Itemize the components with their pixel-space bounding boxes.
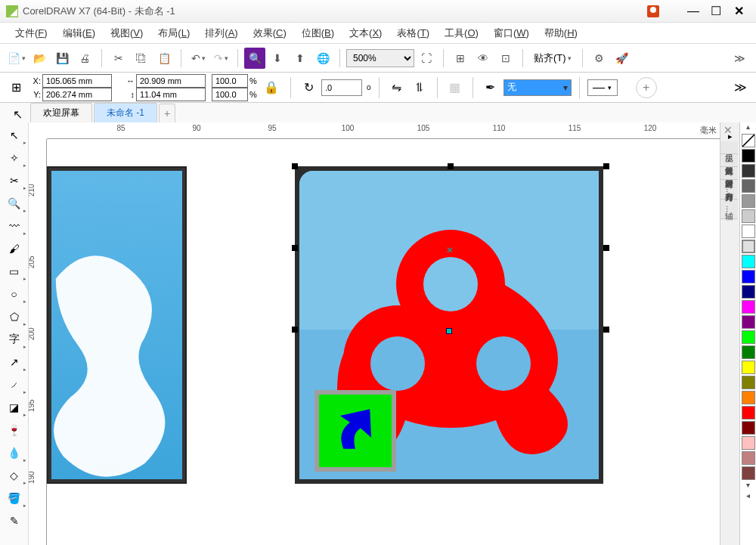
artwork-right[interactable] (295, 166, 603, 484)
pick-tool-icon[interactable]: ↖ (8, 106, 27, 122)
selection-handle-tm[interactable] (448, 163, 454, 169)
minimize-button[interactable]: — (682, 4, 705, 19)
artwork-left[interactable] (47, 166, 187, 484)
selection-handle-mr2[interactable] (603, 327, 609, 333)
color-none[interactable] (742, 134, 755, 147)
overflow-button[interactable]: ≫ (729, 48, 750, 69)
cut-button[interactable]: ✂ (108, 48, 129, 69)
menu-help[interactable]: 帮助(H) (537, 23, 585, 43)
color-swatch[interactable] (742, 240, 755, 253)
menu-table[interactable]: 表格(T) (389, 23, 437, 43)
rectangle-tool[interactable]: ▭▸ (2, 260, 27, 283)
rulers-button[interactable]: ⊞ (450, 48, 471, 69)
redo-button[interactable]: ↷▾ (210, 48, 231, 69)
open-button[interactable]: 📂 (29, 48, 50, 69)
height-input[interactable] (136, 88, 206, 101)
color-swatch[interactable] (742, 149, 755, 163)
rotation-input[interactable] (321, 79, 362, 96)
color-swatch[interactable] (742, 376, 755, 389)
menu-layout[interactable]: 布局(L) (150, 23, 197, 43)
canvas[interactable]: ✕ (47, 139, 720, 545)
freehand-tool[interactable]: 〰▸ (2, 215, 27, 237)
shape-tool[interactable]: ✧▸ (2, 147, 27, 169)
color-swatch[interactable] (742, 406, 755, 420)
menu-edit[interactable]: 编辑(E) (55, 23, 103, 43)
tab-add-button[interactable]: + (159, 104, 175, 122)
close-docker-icon[interactable]: ✕ (723, 124, 733, 136)
outline-width-select[interactable]: 无▾ (503, 79, 572, 96)
y-position-input[interactable] (42, 88, 112, 101)
crop-tool[interactable]: ✂▸ (2, 169, 27, 192)
selection-handle-tr[interactable] (603, 163, 609, 169)
color-swatch[interactable] (742, 451, 755, 465)
zoom-tool[interactable]: 🔍▸ (2, 192, 27, 215)
selection-handle-ml2[interactable] (292, 327, 298, 333)
overflow-button[interactable]: ≫ (730, 78, 750, 98)
color-swatch[interactable] (742, 285, 755, 299)
selection-handle-mr[interactable] (603, 245, 609, 251)
text-tool[interactable]: 字▸ (2, 328, 27, 351)
close-button[interactable]: ✕ (727, 4, 750, 19)
color-swatch[interactable] (742, 270, 755, 283)
menu-bitmaps[interactable]: 位图(B) (294, 23, 342, 43)
color-swatch[interactable] (742, 255, 755, 268)
grid-button[interactable]: ⊡ (495, 48, 516, 69)
save-button[interactable]: 💾 (51, 48, 73, 69)
search-button[interactable]: 🔍 (244, 48, 265, 69)
vertical-ruler[interactable]: 190 195 200 205 210 (29, 139, 47, 545)
color-swatch[interactable] (742, 179, 755, 193)
palette-down-arrow[interactable]: ▾ (740, 481, 756, 491)
launch-button[interactable]: 🚀 (612, 48, 633, 69)
drop-shadow-tool[interactable]: ◪▸ (2, 396, 27, 419)
color-swatch[interactable] (742, 466, 755, 480)
connector-tool[interactable]: ⟋▸ (2, 373, 27, 396)
selection-handle-ml[interactable] (292, 245, 298, 251)
snap-button[interactable]: 贴齐(T) ▾ (529, 48, 576, 68)
wrap-button[interactable]: ▦ (445, 78, 465, 98)
fullscreen-button[interactable]: ⛶ (416, 48, 437, 69)
menu-arrange[interactable]: 排列(A) (197, 23, 245, 43)
mirror-v-button[interactable]: ⥮ (410, 78, 429, 98)
color-swatch[interactable] (742, 345, 755, 359)
panel-hints[interactable]: 提示 (720, 141, 738, 154)
menu-effects[interactable]: 效果(C) (246, 23, 294, 43)
scale-x-input[interactable] (212, 74, 248, 88)
publish-button[interactable]: 🌐 (312, 48, 333, 69)
panel-align-distribute[interactable]: 对齐与分布... (720, 180, 738, 200)
menu-window[interactable]: 窗口(W) (486, 23, 537, 43)
panel-object-properties[interactable]: 对象属性 (720, 154, 738, 167)
color-swatch[interactable] (742, 315, 755, 329)
smart-fill-tool[interactable]: 🪣▸ (2, 487, 27, 509)
menu-view[interactable]: 视图(V) (103, 23, 150, 43)
undo-button[interactable]: ↶▾ (187, 48, 209, 69)
selection-handle-tl[interactable] (292, 163, 298, 169)
x-position-input[interactable] (42, 74, 112, 88)
add-preset-button[interactable]: + (636, 77, 657, 98)
export-button[interactable]: ⬆ (290, 48, 311, 69)
options-button[interactable]: ⚙ (589, 48, 610, 69)
user-account-icon[interactable] (647, 5, 659, 17)
selection-center[interactable]: ✕ (446, 246, 454, 254)
ellipse-tool[interactable]: ○▸ (2, 283, 27, 305)
interactive-fill-tool[interactable]: ◇▸ (2, 464, 27, 487)
color-swatch[interactable] (742, 421, 755, 435)
color-swatch[interactable] (742, 391, 755, 404)
parallel-dimension-tool[interactable]: ↗▸ (2, 351, 27, 373)
color-swatch[interactable] (742, 209, 755, 223)
color-swatch[interactable] (742, 330, 755, 344)
print-button[interactable]: 🖨 (74, 48, 95, 69)
color-swatch[interactable] (742, 194, 755, 208)
canvas-area[interactable]: 85 90 95 100 105 110 115 120 毫米 190 195 … (29, 122, 720, 545)
color-swatch[interactable] (742, 225, 755, 238)
mirror-h-button[interactable]: ⇋ (387, 78, 407, 98)
artistic-media-tool[interactable]: 🖌 (2, 237, 27, 260)
horizontal-ruler[interactable]: 85 90 95 100 105 110 115 120 毫米 (47, 122, 720, 139)
color-swatch[interactable] (742, 300, 755, 314)
show-button[interactable]: 👁 (472, 48, 494, 69)
color-swatch[interactable] (742, 436, 755, 450)
color-swatch[interactable] (742, 361, 755, 374)
polygon-tool[interactable]: ⬠▸ (2, 305, 27, 328)
palette-up-arrow[interactable]: ▴ (740, 122, 756, 133)
lock-ratio-icon[interactable]: 🔒 (263, 76, 280, 99)
tab-document[interactable]: 未命名 -1 (94, 103, 157, 122)
